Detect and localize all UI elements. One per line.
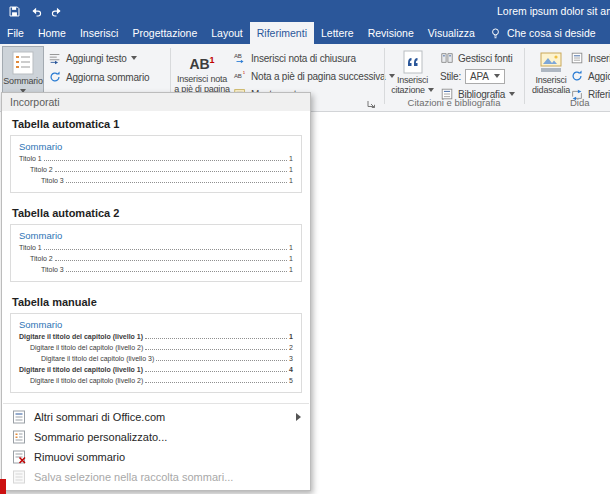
- menu-item-label: Salva selezione nella raccolta sommari..…: [34, 471, 233, 483]
- save-button[interactable]: [5, 3, 23, 19]
- toc-preview-line: Digitare il titolo del capitolo (livello…: [19, 355, 293, 363]
- toc-page-number: 1: [289, 244, 293, 252]
- titlebar: Lorem ipsum dolor sit amet - Wo: [0, 0, 610, 22]
- menu-separator: [3, 403, 309, 404]
- gallery-item-tabella-automatica-1[interactable]: Sommario Titolo 11 Titolo 21 Titolo 31: [10, 135, 302, 193]
- insert-citation-icon: [400, 49, 426, 75]
- toc-entry-text: Digitare il titolo del capitolo (livello…: [41, 355, 154, 363]
- footnotes-dialog-launcher[interactable]: [366, 95, 376, 113]
- dot-leader: [66, 182, 287, 183]
- stile-citazione-control: Stile: APA: [440, 67, 505, 85]
- menu-item-label: Sommario personalizzato...: [34, 431, 167, 443]
- tab-visualizza[interactable]: Visualizza: [421, 22, 482, 44]
- nota-successiva-button[interactable]: AB1 Nota a piè di pagina successiva: [233, 67, 395, 85]
- stile-select[interactable]: APA: [465, 69, 505, 84]
- dropdown-arrow-icon: [494, 74, 500, 78]
- inserisci-didascalia-button[interactable]: Inserisci didascalia: [528, 46, 574, 108]
- tellme-box[interactable]: Che cosa si deside: [482, 22, 603, 44]
- toc-entry-text: Titolo 1: [19, 155, 42, 163]
- gallery-item-tabella-manuale[interactable]: Sommario Digitare il titolo del capitolo…: [10, 313, 302, 393]
- redo-button[interactable]: [47, 3, 65, 19]
- group-label-didascalie: Dida: [570, 97, 610, 108]
- tab-file[interactable]: File: [0, 22, 31, 44]
- group-label-citazioni: Citazioni e bibliografia: [386, 97, 522, 108]
- svg-text:1: 1: [243, 70, 246, 75]
- toc-preview-heading: Sommario: [19, 230, 293, 241]
- svg-text:AB: AB: [234, 52, 242, 59]
- aggiungi-testo-button[interactable]: Aggiungi testo: [48, 49, 137, 67]
- tab-lettere[interactable]: Lettere: [314, 22, 361, 44]
- dialog-launcher-icon: [366, 99, 376, 109]
- dot-leader: [156, 360, 287, 361]
- dot-leader: [55, 171, 287, 172]
- update-table-icon: [570, 69, 584, 83]
- insert-caption-icon: [538, 49, 564, 75]
- inserisci-nota-chiusura-button[interactable]: AB Inserisci nota di chiusura: [233, 49, 356, 67]
- inserisci-indice-figure-button[interactable]: Inserisci: [570, 49, 610, 67]
- toc-entry-text: Digitare il titolo del capitolo (livello…: [30, 344, 143, 352]
- toc-preview-line: Digitare il titolo del capitolo (livello…: [19, 377, 293, 385]
- toc-entry-text: Titolo 2: [30, 255, 53, 263]
- endnote-icon: AB: [233, 51, 247, 65]
- toc-entry-text: Titolo 2: [30, 166, 53, 174]
- window-title: Lorem ipsum dolor sit amet - Wo: [497, 5, 610, 17]
- menu-item-altri-sommari[interactable]: Altri sommari di Office.com: [2, 407, 310, 427]
- tab-revisione[interactable]: Revisione: [361, 22, 421, 44]
- aggiorna-tabella-button[interactable]: Aggio: [570, 67, 610, 85]
- tab-home[interactable]: Home: [31, 22, 73, 44]
- background-artifact: [0, 479, 6, 494]
- tab-riferimenti[interactable]: Riferimenti: [250, 22, 314, 44]
- gallery-section-header: Incorporati: [2, 93, 310, 111]
- custom-toc-icon: [11, 429, 27, 445]
- toc-preview-line: Titolo 31: [19, 266, 293, 274]
- citazione-label-2: citazione: [391, 85, 425, 95]
- add-text-icon: [48, 51, 62, 65]
- aggiungi-testo-label: Aggiungi testo: [66, 53, 127, 64]
- lightbulb-icon: [489, 27, 502, 40]
- toc-preview-line: Titolo 21: [19, 255, 293, 263]
- toc-entry-text: Titolo 3: [41, 266, 64, 274]
- stile-value: APA: [470, 71, 489, 82]
- tab-layout[interactable]: Layout: [204, 22, 250, 44]
- word-window: Lorem ipsum dolor sit amet - Wo File Hom…: [0, 0, 610, 494]
- ribbon-tab-bar: File Home Inserisci Progettazione Layout…: [0, 22, 610, 44]
- toc-preview-line: Titolo 31: [19, 177, 293, 185]
- didascalia-label-1: Inserisci: [535, 75, 566, 85]
- dot-leader: [44, 249, 287, 250]
- toc-preview-line: Digitare il titolo del capitolo (livello…: [19, 344, 293, 352]
- toc-dropdown-commands: Altri sommari di Office.com Sommario per…: [2, 403, 310, 487]
- toc-preview-line: Titolo 21: [19, 166, 293, 174]
- toc-page-number: 1: [289, 333, 293, 341]
- tab-inserisci[interactable]: Inserisci: [73, 22, 126, 44]
- gallery-title-manuale: Tabella manuale: [12, 296, 300, 308]
- toc-entry-text: Digitare il titolo del capitolo (livello…: [19, 333, 143, 341]
- svg-text:AB: AB: [234, 72, 242, 79]
- group-divider: [384, 48, 385, 104]
- toc-entry-text: Digitare il titolo del capitolo (livello…: [19, 366, 143, 374]
- toc-page-number: 1: [289, 166, 293, 174]
- gallery-title-auto1: Tabella automatica 1: [12, 118, 300, 130]
- toc-entry-text: Digitare il titolo del capitolo (livello…: [30, 377, 143, 385]
- toc-preview-line: Titolo 11: [19, 155, 293, 163]
- dot-leader: [66, 271, 287, 272]
- menu-item-rimuovi-sommario[interactable]: Rimuovi sommario: [2, 447, 310, 467]
- gestisci-fonti-button[interactable]: Gestisci fonti: [440, 49, 512, 67]
- office-toc-icon: [11, 409, 27, 425]
- gallery-item-tabella-automatica-2[interactable]: Sommario Titolo 11 Titolo 21 Titolo 31: [10, 224, 302, 282]
- next-footnote-icon: AB1: [233, 69, 247, 83]
- aggiorna-sommario-button[interactable]: Aggiorna sommario: [48, 68, 149, 86]
- toc-page-number: 1: [289, 155, 293, 163]
- dot-leader: [145, 338, 287, 339]
- tab-progettazione[interactable]: Progettazione: [125, 22, 204, 44]
- dot-leader: [55, 260, 287, 261]
- gallery-title-auto2: Tabella automatica 2: [12, 207, 300, 219]
- menu-item-salva-selezione: Salva selezione nella raccolta sommari..…: [2, 467, 310, 487]
- inserisci-indice-figure-label: Inserisci: [588, 53, 610, 64]
- menu-item-sommario-personalizzato[interactable]: Sommario personalizzato...: [2, 427, 310, 447]
- dot-leader: [44, 160, 287, 161]
- sommario-dropdown: Incorporati Tabella automatica 1 Sommari…: [1, 92, 311, 491]
- toc-preview-heading: Sommario: [19, 141, 293, 152]
- undo-button[interactable]: [27, 3, 45, 19]
- inserisci-nota-chiusura-label: Inserisci nota di chiusura: [251, 53, 356, 64]
- save-icon: [8, 5, 21, 18]
